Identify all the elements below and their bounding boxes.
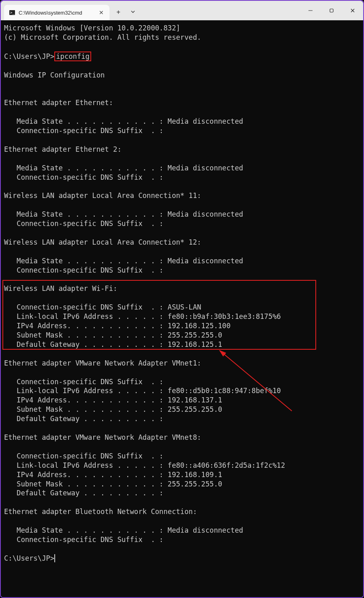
adapter-name: Wireless LAN adapter Local Area Connecti…	[4, 238, 201, 246]
adapter-row-label: Connection-specific DNS Suffix . :	[17, 219, 163, 228]
adapter-row-value: Media disconnected	[168, 164, 243, 172]
window-titlebar: >_ C:\Windows\system32\cmd ✕ +	[1, 1, 363, 20]
section-header: Windows IP Configuration	[4, 71, 105, 79]
adapter-row-label: Media State . . . . . . . . . . . :	[17, 526, 168, 534]
adapter-row-value: 192.168.125.1	[168, 340, 223, 348]
window-controls	[300, 1, 363, 20]
adapter-row-label: Media State . . . . . . . . . . . :	[17, 257, 168, 265]
adapter-row-label: Link-local IPv6 Address . . . . . :	[17, 461, 168, 469]
adapter-name: Wireless LAN adapter Wi-Fi:	[4, 284, 117, 293]
adapter-row-label: Subnet Mask . . . . . . . . . . . :	[17, 405, 168, 413]
adapter-row-label: Connection-specific DNS Suffix . :	[17, 266, 163, 274]
adapter-row-value: 255.255.255.0	[168, 405, 223, 413]
adapter-row-label: Media State . . . . . . . . . . . :	[17, 117, 168, 125]
svg-line-6	[220, 351, 292, 411]
terminal-output[interactable]: Microsoft Windows [Version 10.0.22000.83…	[1, 20, 363, 597]
command-highlight: ipconfig	[54, 52, 91, 61]
adapter-row-label: Connection-specific DNS Suffix . :	[17, 127, 163, 135]
adapter-row-value: 255.255.255.0	[168, 331, 223, 339]
adapter-row-value: fe80::a406:636f:2d5a:1f2c%12	[168, 461, 285, 469]
adapter-row-label: Link-local IPv6 Address . . . . . :	[17, 387, 168, 395]
adapter-name: Ethernet adapter VMware Network Adapter …	[4, 433, 201, 441]
adapter-row-value: 192.168.137.1	[168, 396, 223, 404]
adapter-row-label: Connection-specific DNS Suffix . :	[17, 452, 163, 460]
adapter-row-label: Connection-specific DNS Suffix . :	[17, 378, 163, 386]
adapter-row-label: Subnet Mask . . . . . . . . . . . :	[17, 331, 168, 339]
adapter-row-label: Connection-specific DNS Suffix . :	[17, 303, 168, 311]
svg-text:>_: >_	[10, 11, 15, 15]
adapter-row-value: Media disconnected	[168, 526, 243, 534]
adapter-row-label: Subnet Mask . . . . . . . . . . . :	[17, 480, 168, 488]
adapter-row-label: Connection-specific DNS Suffix . :	[17, 536, 163, 544]
minimize-button[interactable]	[300, 1, 321, 20]
adapter-row-label: Media State . . . . . . . . . . . :	[17, 164, 168, 172]
tab-dropdown-button[interactable]	[126, 4, 140, 19]
adapter-row-label: Link-local IPv6 Address . . . . . :	[17, 312, 168, 321]
adapter-row-value: Media disconnected	[168, 210, 243, 218]
cursor	[54, 554, 55, 562]
prompt: C:\Users\JP>	[4, 52, 54, 60]
maximize-button[interactable]	[321, 1, 342, 20]
adapter-row-value: Media disconnected	[168, 117, 243, 125]
adapter-name: Ethernet adapter Bluetooth Network Conne…	[4, 508, 197, 516]
adapter-name: Wireless LAN adapter Local Area Connecti…	[4, 191, 201, 200]
adapter-row-label: IPv4 Address. . . . . . . . . . . :	[17, 471, 168, 479]
svg-rect-3	[330, 9, 333, 12]
banner-line: Microsoft Windows [Version 10.0.22000.83…	[4, 24, 180, 32]
adapter-row-label: Default Gateway . . . . . . . . . :	[17, 340, 168, 348]
adapter-name: Ethernet adapter Ethernet:	[4, 99, 113, 107]
adapter-row-value: fe80::d5b0:1c88:947:8bef%10	[168, 387, 281, 395]
adapter-row-label: IPv4 Address. . . . . . . . . . . :	[17, 322, 168, 330]
adapter-row-label: Default Gateway . . . . . . . . . :	[17, 415, 163, 423]
tab-title: C:\Windows\system32\cmd	[19, 10, 95, 16]
adapter-row-value: 192.168.125.100	[168, 322, 231, 330]
adapter-name: Ethernet adapter Ethernet 2:	[4, 145, 122, 153]
adapter-name: Ethernet adapter VMware Network Adapter …	[4, 359, 201, 367]
adapter-row-label: Media State . . . . . . . . . . . :	[17, 210, 168, 218]
adapter-row-value: 192.168.109.1	[168, 471, 223, 479]
close-window-button[interactable]	[342, 1, 363, 20]
adapter-row-label: Connection-specific DNS Suffix . :	[17, 173, 163, 181]
adapter-row-value: ASUS-LAN	[168, 303, 201, 311]
prompt: C:\Users\JP>	[4, 554, 54, 562]
adapter-row-value: fe80::b9af:30b3:1ee3:8175%6	[168, 312, 281, 321]
banner-line: (c) Microsoft Corporation. All rights re…	[4, 33, 201, 41]
adapter-row-value: 255.255.255.0	[168, 480, 223, 488]
adapter-row-value: Media disconnected	[168, 257, 243, 265]
close-tab-icon[interactable]: ✕	[98, 9, 105, 16]
adapter-row-label: Default Gateway . . . . . . . . . :	[17, 489, 163, 497]
cmd-icon: >_	[9, 9, 15, 16]
adapter-row-label: IPv4 Address. . . . . . . . . . . :	[17, 396, 168, 404]
terminal-tab[interactable]: >_ C:\Windows\system32\cmd ✕	[4, 5, 109, 20]
new-tab-button[interactable]: +	[111, 4, 126, 19]
